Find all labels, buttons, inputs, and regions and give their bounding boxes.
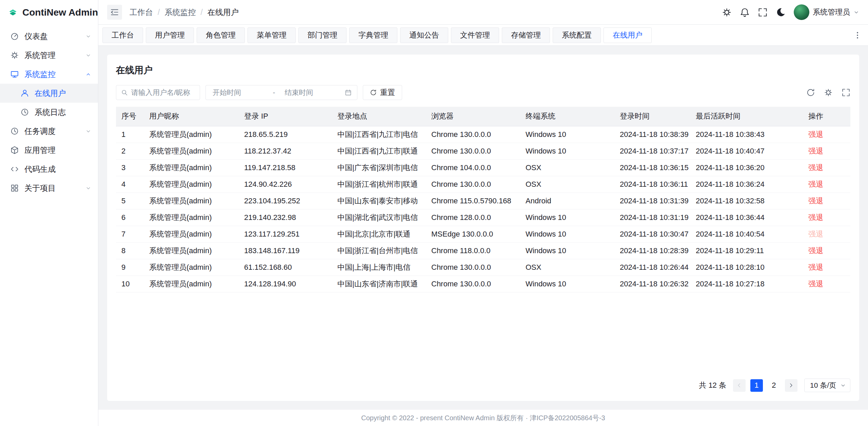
cell-location: 中国|广东省|深圳市|电信	[332, 159, 426, 176]
tab-工作台[interactable]: 工作台	[102, 27, 143, 43]
chevron-down-icon	[85, 53, 91, 58]
sidebar-item-system-logs[interactable]: 系统日志	[0, 103, 98, 122]
cell-ip: 124.90.42.226	[239, 176, 332, 192]
cell-index: 8	[116, 242, 144, 259]
tab-actions-button[interactable]	[853, 31, 862, 40]
cell-os: OSX	[520, 176, 614, 192]
tab-系统配置[interactable]: 系统配置	[553, 27, 601, 43]
pagination-page-1[interactable]: 1	[750, 379, 763, 392]
sidebar-item-online-users[interactable]: 在线用户	[0, 84, 98, 103]
cell-login-time: 2024-11-18 10:37:17	[614, 143, 690, 159]
page-title: 在线用户	[116, 64, 850, 76]
tab-通知公告[interactable]: 通知公告	[400, 27, 448, 43]
fullscreen-icon	[842, 88, 850, 97]
pagination-page-2[interactable]: 2	[768, 379, 780, 392]
date-range-separator: -	[273, 88, 275, 97]
sidebar-item-system-management[interactable]: 系统管理	[0, 46, 98, 65]
cell-nickname: 系统管理员(admin)	[144, 242, 239, 259]
table-fullscreen-button[interactable]	[842, 88, 850, 97]
table-row: 6 系统管理员(admin) 219.140.232.98 中国|湖北省|武汉市…	[116, 209, 850, 226]
cell-browser: Chrome 130.0.0.0	[426, 259, 520, 276]
sidebar-item-label: 任务调度	[24, 126, 80, 137]
cell-login-time: 2024-11-18 10:31:19	[614, 209, 690, 226]
cell-ip: 223.104.195.252	[239, 192, 332, 209]
force-logout-link[interactable]: 强退	[808, 130, 823, 139]
sidebar-item-dashboard[interactable]: 仪表盘	[0, 27, 98, 46]
sidebar-item-task-schedule[interactable]: 任务调度	[0, 122, 98, 141]
cell-last-active: 2024-11-18 10:28:10	[690, 259, 803, 276]
reset-button[interactable]: 重置	[363, 85, 402, 100]
sidebar-item-about-project[interactable]: 关于项目	[0, 179, 98, 198]
chevron-down-icon	[85, 128, 91, 134]
cell-os: Windows 10	[520, 276, 614, 292]
breadcrumb-item[interactable]: 系统监控	[164, 7, 196, 18]
cell-ip: 124.128.194.90	[239, 276, 332, 292]
tab-在线用户[interactable]: 在线用户	[604, 27, 652, 43]
settings-button[interactable]	[722, 7, 732, 17]
force-logout-link[interactable]: 强退	[808, 197, 823, 205]
sidebar-collapse-button[interactable]	[107, 5, 122, 20]
sidebar-item-code-generation[interactable]: 代码生成	[0, 160, 98, 179]
sidebar-item-app-management[interactable]: 应用管理	[0, 141, 98, 160]
breadcrumb-item[interactable]: 工作台	[130, 7, 153, 18]
dashboard-icon	[10, 32, 19, 41]
force-logout-link[interactable]: 强退	[808, 180, 823, 188]
breadcrumb-item[interactable]: 在线用户	[208, 7, 239, 18]
tab-用户管理[interactable]: 用户管理	[146, 27, 194, 43]
cell-browser: Chrome 130.0.0.0	[426, 176, 520, 192]
date-range-picker[interactable]: 开始时间 - 结束时间	[205, 85, 357, 100]
cell-os: Windows 10	[520, 226, 614, 242]
force-logout-link[interactable]: 强退	[808, 263, 823, 271]
dark-mode-button[interactable]	[776, 7, 786, 17]
online-users-card: 在线用户 开始时间 - 结束时间 重置	[107, 55, 859, 401]
table-settings-button[interactable]	[824, 88, 833, 97]
force-logout-link[interactable]: 强退	[808, 246, 823, 255]
sidebar-item-label: 系统管理	[24, 50, 80, 61]
chevron-down-icon	[853, 9, 859, 15]
tab-label: 用户管理	[155, 30, 185, 40]
column-header: 浏览器	[426, 107, 520, 126]
user-icon	[20, 89, 29, 98]
notifications-button[interactable]	[740, 7, 750, 17]
tab-label: 菜单管理	[257, 30, 287, 40]
tab-角色管理[interactable]: 角色管理	[197, 27, 245, 43]
fullscreen-button[interactable]	[758, 7, 768, 17]
force-logout-link[interactable]: 强退	[808, 147, 823, 155]
tab-字典管理[interactable]: 字典管理	[349, 27, 397, 43]
page-size-select[interactable]: 10 条/页	[804, 379, 850, 392]
menu-fold-icon	[110, 8, 119, 17]
sidebar-item-label: 仪表盘	[24, 31, 80, 42]
tab-部门管理[interactable]: 部门管理	[298, 27, 347, 43]
pagination-next-button[interactable]	[785, 379, 797, 392]
pagination-pages: 12	[750, 379, 780, 392]
main-area: 工作台/系统监控/在线用户 系统管理员 工作台用户管理角色管理菜单管理部门管理字…	[98, 0, 868, 426]
cell-os: Windows 10	[520, 209, 614, 226]
user-menu[interactable]: 系统管理员	[794, 4, 859, 20]
header-actions: 系统管理员	[722, 4, 859, 20]
cell-os: Windows 10	[520, 242, 614, 259]
fullscreen-icon	[758, 7, 768, 17]
tab-文件管理[interactable]: 文件管理	[451, 27, 499, 43]
force-logout-link[interactable]: 强退	[808, 163, 823, 172]
cell-location: 中国|山东省|泰安市|移动	[332, 192, 426, 209]
sidebar-item-system-monitor[interactable]: 系统监控	[0, 65, 98, 84]
chevron-down-icon	[85, 34, 91, 39]
cell-nickname: 系统管理员(admin)	[144, 126, 239, 143]
cell-ip: 183.148.167.119	[239, 242, 332, 259]
cell-ip: 123.117.129.251	[239, 226, 332, 242]
force-logout-link[interactable]: 强退	[808, 280, 823, 288]
app-logo[interactable]: ContiNew Admin	[0, 0, 98, 25]
tab-存储管理[interactable]: 存储管理	[502, 27, 550, 43]
pagination-prev-button[interactable]	[733, 379, 746, 392]
cell-index: 4	[116, 176, 144, 192]
table-refresh-button[interactable]	[806, 88, 815, 97]
content-area: 在线用户 开始时间 - 结束时间 重置	[98, 46, 868, 410]
force-logout-link[interactable]: 强退	[808, 230, 823, 238]
search-input[interactable]	[131, 88, 195, 97]
tab-菜单管理[interactable]: 菜单管理	[248, 27, 296, 43]
force-logout-link[interactable]: 强退	[808, 213, 823, 222]
sidebar: ContiNew Admin 仪表盘 系统管理 系统监控 在线用户 系统日志 任	[0, 0, 98, 426]
table-row: 5 系统管理员(admin) 223.104.195.252 中国|山东省|泰安…	[116, 192, 850, 209]
reset-button-label: 重置	[380, 87, 395, 98]
pagination-total: 共 12 条	[699, 380, 726, 390]
